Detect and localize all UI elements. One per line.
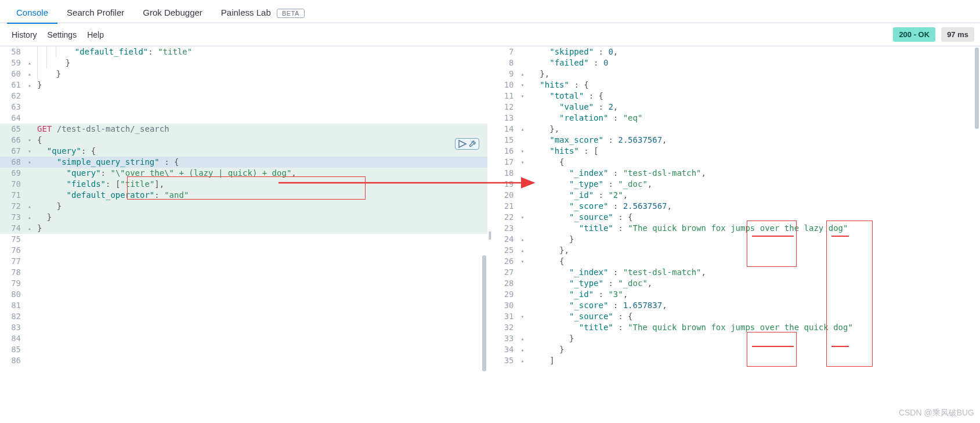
code-content[interactable]: } (528, 333, 981, 344)
code-content[interactable]: "_score" : 2.5637567, (528, 201, 981, 212)
fold-toggle[interactable]: ▾ (518, 157, 528, 168)
tab-grok-debugger[interactable]: Grok Debugger (133, 4, 212, 23)
code-line[interactable]: 19 "_type" : "_doc", (493, 179, 981, 190)
code-line[interactable]: 78 (0, 267, 487, 278)
fold-toggle[interactable]: ▾ (518, 212, 528, 223)
code-content[interactable]: "failed" : 0 (528, 57, 981, 68)
code-content[interactable] (35, 300, 487, 311)
code-content[interactable]: } (35, 57, 487, 68)
fold-toggle[interactable]: ▾ (518, 79, 528, 91)
code-line[interactable]: 15 "max_score" : 2.5637567, (493, 135, 981, 146)
code-line[interactable]: 27 "_index" : "test-dsl-match", (493, 267, 981, 278)
pane-divider[interactable]: ‖ (487, 46, 493, 423)
code-content[interactable]: { (528, 157, 981, 168)
code-line[interactable]: 18 "_index" : "test-dsl-match", (493, 168, 981, 179)
code-line[interactable]: 82 (0, 311, 487, 322)
code-content[interactable] (35, 267, 487, 278)
history-link[interactable]: History (12, 30, 37, 39)
code-content[interactable] (35, 91, 487, 102)
fold-toggle[interactable]: ▴ (518, 234, 528, 245)
code-content[interactable]: "default_field": "title" (35, 46, 487, 57)
code-content[interactable]: "_type" : "_doc", (528, 278, 981, 289)
fold-toggle[interactable]: ▾ (24, 146, 35, 157)
fold-toggle[interactable]: ▴ (24, 68, 35, 79)
code-line[interactable]: 16▾ "hits" : [ (493, 146, 981, 157)
code-content[interactable]: "title" : "The quick brown fox jumps ove… (528, 223, 981, 234)
code-content[interactable]: } (528, 344, 981, 355)
code-line[interactable]: 14▴ }, (493, 124, 981, 135)
code-line[interactable]: 26▾ { (493, 256, 981, 267)
code-line[interactable]: 72▴ } (0, 201, 487, 212)
code-content[interactable] (35, 278, 487, 289)
code-line[interactable]: 59▴ } (0, 57, 487, 68)
code-content[interactable] (35, 322, 487, 333)
code-line[interactable]: 67▾ "query": { (0, 146, 487, 157)
code-line[interactable]: 83 (0, 322, 487, 333)
fold-toggle[interactable]: ▴ (518, 355, 528, 366)
code-line[interactable]: 81 (0, 300, 487, 311)
fold-toggle[interactable]: ▾ (24, 157, 35, 168)
code-content[interactable]: "title" : "The quick brown fox jumps ove… (528, 322, 981, 333)
code-line[interactable]: 12 "value" : 2, (493, 102, 981, 113)
code-line[interactable]: 60▴ } (0, 68, 487, 79)
code-line[interactable]: 31▾ "_source" : { (493, 311, 981, 322)
code-content[interactable]: } (35, 223, 487, 234)
code-content[interactable] (35, 102, 487, 113)
code-line[interactable]: 10▾ "hits" : { (493, 79, 981, 91)
code-content[interactable]: "relation" : "eq" (528, 113, 981, 124)
code-line[interactable]: 73▴ } (0, 212, 487, 223)
scrollbar-thumb[interactable] (975, 48, 979, 129)
fold-toggle[interactable]: ▴ (518, 245, 528, 256)
code-line[interactable]: 79 (0, 278, 487, 289)
fold-toggle[interactable]: ▴ (518, 333, 528, 344)
code-line[interactable]: 7 "skipped" : 0, (493, 46, 981, 57)
code-content[interactable]: ] (528, 355, 981, 366)
fold-toggle[interactable]: ▴ (518, 344, 528, 355)
code-content[interactable]: "skipped" : 0, (528, 46, 981, 57)
code-content[interactable]: "hits" : { (528, 79, 981, 91)
code-content[interactable]: "_source" : { (528, 212, 981, 223)
code-line[interactable]: 80 (0, 289, 487, 300)
code-content[interactable]: "_id" : "3", (528, 289, 981, 300)
code-line[interactable]: 74▴} (0, 223, 487, 234)
code-line[interactable]: 8 "failed" : 0 (493, 57, 981, 68)
code-content[interactable] (35, 344, 487, 355)
code-content[interactable]: } (35, 201, 487, 212)
fold-toggle[interactable]: ▾ (24, 135, 35, 146)
fold-toggle[interactable]: ▴ (518, 68, 528, 79)
code-content[interactable]: "fields": ["title"], (35, 179, 487, 190)
fold-toggle[interactable]: ▾ (518, 91, 528, 102)
code-line[interactable]: 11▾ "total" : { (493, 91, 981, 102)
play-icon[interactable] (458, 140, 467, 148)
code-line[interactable]: 69 "query": "\"over the\" + (lazy | quic… (0, 168, 487, 179)
code-line[interactable]: 70 "fields": ["title"], (0, 179, 487, 190)
wrench-icon[interactable] (468, 140, 476, 148)
settings-link[interactable]: Settings (48, 30, 77, 39)
code-content[interactable]: "_type" : "_doc", (528, 179, 981, 190)
code-line[interactable]: 33▴ } (493, 333, 981, 344)
code-content[interactable]: } (35, 79, 487, 91)
code-line[interactable]: 21 "_score" : 2.5637567, (493, 201, 981, 212)
code-content[interactable]: "max_score" : 2.5637567, (528, 135, 981, 146)
code-content[interactable]: GET /test-dsl-match/_search (35, 124, 487, 135)
code-line[interactable]: 30 "_score" : 1.657837, (493, 300, 981, 311)
request-editor[interactable]: 58 "default_field": "title"59▴ }60▴ }61▴… (0, 46, 487, 423)
fold-toggle[interactable]: ▴ (518, 124, 528, 135)
code-line[interactable]: 13 "relation" : "eq" (493, 113, 981, 124)
code-content[interactable] (35, 355, 487, 366)
tab-console[interactable]: Console (7, 4, 57, 23)
code-line[interactable]: 9▴ }, (493, 68, 981, 79)
code-content[interactable] (35, 245, 487, 256)
code-line[interactable]: 63 (0, 102, 487, 113)
fold-toggle[interactable]: ▴ (24, 223, 35, 234)
code-line[interactable]: 25▴ }, (493, 245, 981, 256)
fold-toggle[interactable]: ▴ (24, 79, 35, 91)
code-content[interactable]: "query": "\"over the\" + (lazy | quick) … (35, 168, 487, 179)
code-line[interactable]: 17▾ { (493, 157, 981, 168)
code-content[interactable]: "_index" : "test-dsl-match", (528, 267, 981, 278)
fold-toggle[interactable]: ▾ (518, 311, 528, 322)
code-content[interactable]: }, (528, 245, 981, 256)
code-line[interactable]: 29 "_id" : "3", (493, 289, 981, 300)
code-content[interactable] (35, 333, 487, 344)
code-content[interactable]: }, (528, 68, 981, 79)
